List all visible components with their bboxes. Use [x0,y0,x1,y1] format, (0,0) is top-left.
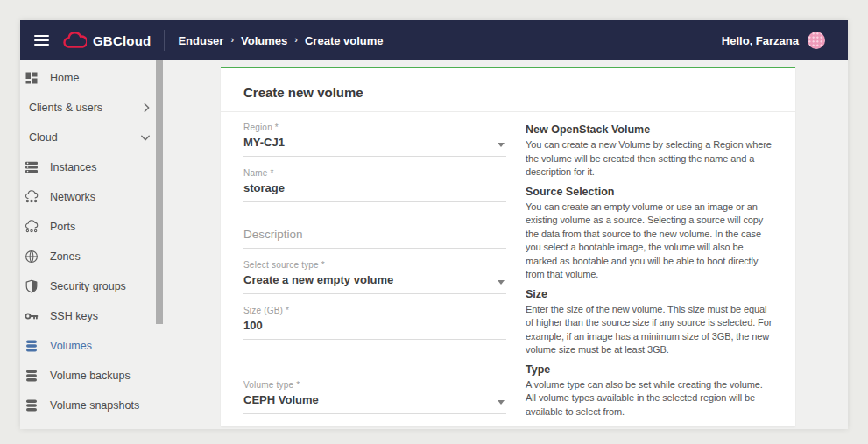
card-header: Create new volume [221,68,795,112]
sidebar-item-label: SSH keys [50,310,98,322]
field-name: Name *storage [243,168,506,202]
field-label: Name * [243,168,506,178]
sidebar-item-label: Clients & users [29,102,102,114]
sidebar-item-label: Zones [50,250,81,263]
field-value-text: storage [243,181,285,194]
sidebar-item-label: Home [50,72,79,84]
chevron-right-icon [143,102,151,113]
sidebar-item-volume-snapshots[interactable]: Volume snapshots [20,391,163,420]
caret-down-icon [498,400,505,405]
sidebar-item-home[interactable]: Home [20,63,163,93]
sidebar-item-clients-users[interactable]: Clients & users [20,93,163,123]
sidebar-item-label: Volumes [50,340,92,352]
sidebar-item-networks[interactable]: Networks [20,182,163,212]
sidebar-item-label: Cloud [29,131,58,144]
help-section-title: Type [526,363,775,377]
shield-icon [24,279,39,294]
sidebar-item-instances[interactable]: Instances [20,152,163,182]
breadcrumb-separator-icon: › [294,34,298,45]
field-region: Region *MY-CJ1 [243,123,506,157]
help-section-title: Size [526,287,775,302]
sidebar-item-volume-backups[interactable]: Volume backups [20,361,163,391]
dashboard-icon [24,71,39,86]
volume-type-select[interactable]: CEPH Volume [243,391,506,414]
help-section-body: You can create an empty volume or use an… [526,201,775,282]
cloud-network-icon [24,190,39,205]
top-navbar: GBCloud Enduser›Volumes›Create volume He… [20,20,848,60]
key-icon [24,309,39,324]
help-section-source-selection: Source SelectionYou can create an empty … [526,185,775,282]
database-icon [24,339,39,354]
hamburger-menu-icon[interactable] [34,35,49,46]
sidebar-item-ports[interactable]: Ports [20,212,163,242]
database-icon [24,398,39,413]
sidebar-item-zones[interactable]: Zones [20,242,163,271]
main-content: Create new volume Region *MY-CJ1Name *st… [163,60,848,429]
field-value-text: CEPH Volume [243,393,319,406]
help-section-new-openstack-volume: New OpenStack VolumeYou can create a new… [526,123,775,180]
sidebar-item-ssh-keys[interactable]: SSH keys [20,301,163,331]
user-avatar[interactable] [808,32,825,49]
field-label: Select source type * [243,260,506,270]
help-section-title: Source Selection [526,185,775,200]
sidebar-item-security-groups[interactable]: Security groups [20,271,163,301]
name-input[interactable]: storage [243,179,506,202]
field-label: Volume type * [243,380,506,390]
field-source-type: Select source type *Create a new empty v… [243,260,506,294]
brand-logo[interactable]: GBCloud [62,32,151,49]
help-section-type: TypeA volume type can also be set while … [526,363,775,419]
cloud-logo-icon [62,32,87,49]
size-input[interactable]: 100 [243,316,506,340]
breadcrumb-item-volumes[interactable]: Volumes [241,34,287,47]
sidebar-item-label: Networks [50,191,95,203]
database-icon [24,369,39,384]
help-section-body: You can create a new Volume by selecting… [526,138,775,180]
sidebar-item-cloud[interactable]: Cloud [20,123,163,152]
page-title: Create new volume [243,85,773,100]
field-value-text: Create a new empty volume [243,273,393,286]
source-type-select[interactable]: Create a new empty volume [243,271,506,294]
region-select[interactable]: MY-CJ1 [243,133,506,157]
brand-name: GBCloud [93,33,151,48]
field-value-text: 100 [243,319,263,332]
breadcrumb-item-create-volume[interactable]: Create volume [305,34,384,47]
field-value-text: MY-CJ1 [243,136,285,149]
help-section-body: Enter the size of the new volume. This s… [526,303,775,357]
field-size: Size (GB) *100 [243,306,506,340]
sidebar-item-label: Instances [50,161,97,173]
sidebar: HomeClients & usersCloudInstancesNetwork… [20,60,163,429]
breadcrumb-item-enduser[interactable]: Enduser [178,34,223,47]
create-volume-card: Create new volume Region *MY-CJ1Name *st… [221,67,795,426]
user-greeting: Hello, Farzana [722,34,799,47]
caret-down-icon [498,143,505,147]
sidebar-scrollbar[interactable] [156,60,163,324]
description-input[interactable]: Description [243,225,506,249]
help-section-body: A volume type can also be set while crea… [526,378,775,419]
field-description: Description [243,225,506,249]
help-panel: New OpenStack VolumeYou can create a new… [526,123,775,426]
navbar-divider [164,30,165,51]
sidebar-item-label: Volume backups [50,370,131,382]
help-section-size: SizeEnter the size of the new volume. Th… [526,287,775,357]
sidebar-item-label: Security groups [50,280,126,292]
sidebar-item-label: Ports [50,221,75,233]
help-section-title: New OpenStack Volume [526,123,775,137]
server-icon [24,160,39,175]
create-volume-form: Region *MY-CJ1Name *storageDescriptionSe… [243,123,506,426]
field-volume-type: Volume type *CEPH Volume [243,380,506,414]
app-window: GBCloud Enduser›Volumes›Create volume He… [20,20,848,429]
field-value-text: Description [243,228,303,241]
globe-icon [24,250,39,264]
sidebar-item-label: Volume snapshots [50,399,139,412]
field-label: Size (GB) * [243,306,506,315]
breadcrumb-separator-icon: › [230,34,234,45]
breadcrumb: Enduser›Volumes›Create volume [178,34,383,47]
chevron-down-icon [140,134,151,142]
caret-down-icon [498,280,505,285]
field-label: Region * [243,123,506,132]
sidebar-item-volumes[interactable]: Volumes [20,331,163,361]
cloud-network-icon [24,220,39,235]
